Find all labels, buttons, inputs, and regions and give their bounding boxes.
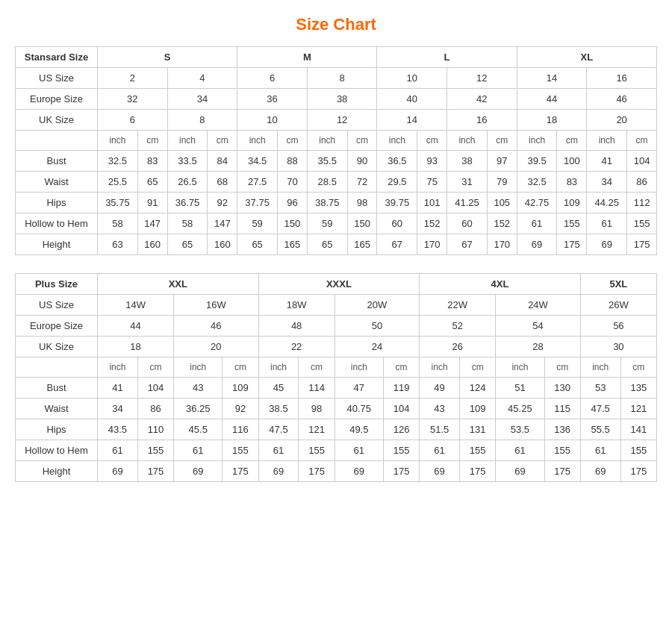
us-size-value: 10 — [377, 68, 447, 89]
measurement-value: 37.75 — [237, 193, 278, 213]
measurement-value: 45.5 — [174, 419, 223, 440]
us-size-value: 18W — [258, 295, 335, 316]
measurement-value: 61 — [335, 440, 383, 461]
europe-size-value: 48 — [258, 316, 335, 337]
europe-size-value: 46 — [587, 89, 657, 110]
uk-size-value: 20 — [587, 110, 657, 131]
measurement-value: 45 — [258, 378, 299, 398]
measurement-value: 135 — [620, 378, 656, 398]
measurement-value: 38.75 — [307, 193, 347, 213]
unit-cm: cm — [223, 357, 258, 378]
europe-size-label: Europe Size — [16, 89, 98, 110]
measurement-value: 150 — [347, 213, 377, 234]
us-size-value: 12 — [447, 68, 517, 89]
measurement-value: 112 — [627, 193, 657, 213]
measurement-value: 105 — [487, 193, 517, 213]
unit-inch: inch — [167, 131, 208, 151]
measurement-value: 31 — [447, 172, 488, 193]
measurement-value: 155 — [299, 440, 335, 461]
measurement-value: 90 — [347, 151, 377, 172]
measurement-label: Hollow to Hem — [16, 440, 98, 461]
measurement-value: 104 — [383, 398, 419, 419]
measurement-value: 69 — [420, 461, 460, 482]
europe-size-value: 34 — [167, 89, 237, 110]
measurement-value: 61 — [174, 440, 223, 461]
europe-size-value: 32 — [98, 89, 168, 110]
plus-size-label: Plus Size — [16, 274, 98, 295]
measurement-label: Height — [16, 461, 98, 482]
measurement-value: 83 — [137, 151, 167, 172]
measurement-value: 79 — [487, 172, 517, 193]
measurement-value: 61 — [420, 440, 460, 461]
measurement-value: 27.5 — [237, 172, 278, 193]
unit-cm: cm — [417, 131, 447, 151]
unit-cm: cm — [137, 131, 167, 151]
measurement-value: 61 — [587, 213, 627, 234]
measurement-value: 41.25 — [447, 193, 488, 213]
plus-table: Plus Size XXL XXXL 4XL 5XL US Size14W16W… — [15, 273, 657, 482]
measurement-value: 61 — [580, 440, 620, 461]
measurement-value: 116 — [223, 419, 258, 440]
us-size-value: 8 — [307, 68, 377, 89]
us-size-value: 20W — [335, 295, 419, 316]
measurement-value: 36.25 — [174, 398, 223, 419]
measurement-value: 69 — [335, 461, 383, 482]
measurement-value: 69 — [580, 461, 620, 482]
measurement-value: 147 — [208, 213, 237, 234]
measurement-value: 155 — [557, 213, 587, 234]
unit-cm: cm — [544, 357, 580, 378]
standard-size-label: Stansard Size — [16, 47, 98, 68]
us-size-value: 26W — [580, 295, 656, 316]
us-size-value: 14W — [98, 295, 174, 316]
unit-cm: cm — [487, 131, 517, 151]
measurement-value: 160 — [137, 234, 167, 255]
measurement-label: Waist — [16, 398, 98, 419]
standard-table: Stansard Size S M L XL US Size2468101214… — [15, 46, 657, 255]
uk-size-value: 24 — [335, 337, 419, 357]
measurement-value: 98 — [299, 398, 335, 419]
us-size-value: 24W — [496, 295, 580, 316]
uk-size-value: 26 — [420, 337, 496, 357]
measurement-value: 67 — [447, 234, 488, 255]
standard-size-chart: Stansard Size S M L XL US Size2468101214… — [15, 46, 657, 255]
measurement-value: 175 — [383, 461, 419, 482]
europe-size-value: 50 — [335, 316, 419, 337]
measurement-value: 119 — [383, 378, 419, 398]
unit-inch: inch — [580, 357, 620, 378]
size-4xl-header: 4XL — [420, 274, 581, 295]
measurement-value: 72 — [347, 172, 377, 193]
measurement-value: 155 — [544, 440, 580, 461]
unit-cm: cm — [557, 131, 587, 151]
europe-size-value: 46 — [174, 316, 258, 337]
europe-size-value: 44 — [517, 89, 587, 110]
measurement-value: 41 — [587, 151, 627, 172]
uk-size-value: 12 — [307, 110, 377, 131]
measurement-value: 63 — [98, 234, 138, 255]
measurement-value: 170 — [487, 234, 517, 255]
measurement-value: 86 — [137, 398, 173, 419]
measurement-value: 60 — [447, 213, 488, 234]
measurement-value: 101 — [417, 193, 447, 213]
unit-cm: cm — [460, 357, 496, 378]
measurement-value: 175 — [460, 461, 496, 482]
measurement-value: 34 — [98, 398, 138, 419]
size-m-header: M — [237, 47, 377, 68]
us-size-value: 16 — [587, 68, 657, 89]
europe-size-value: 36 — [237, 89, 308, 110]
measurement-value: 104 — [627, 151, 657, 172]
measurement-value: 40.75 — [335, 398, 383, 419]
uk-size-value: 16 — [447, 110, 517, 131]
europe-size-value: 56 — [580, 316, 656, 337]
measurement-label: Waist — [16, 172, 98, 193]
uk-size-value: 18 — [517, 110, 587, 131]
measurement-value: 175 — [557, 234, 587, 255]
measurement-value: 61 — [98, 440, 138, 461]
measurement-value: 152 — [417, 213, 447, 234]
size-xxl-header: XXL — [98, 274, 259, 295]
measurement-value: 109 — [557, 193, 587, 213]
uk-size-value: 22 — [258, 337, 335, 357]
measurement-value: 114 — [299, 378, 335, 398]
measurement-value: 34.5 — [237, 151, 278, 172]
measurement-value: 100 — [557, 151, 587, 172]
europe-size-value: 40 — [377, 89, 447, 110]
